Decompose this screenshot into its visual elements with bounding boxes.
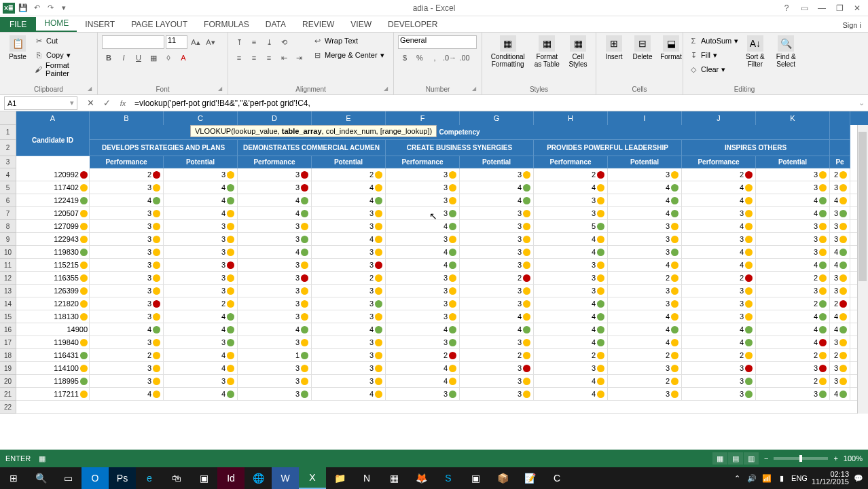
row-header[interactable]: 22 [0,401,16,414]
review-tab[interactable]: REVIEW [294,17,342,32]
shrink-font-icon[interactable]: A▾ [204,35,217,49]
data-cell[interactable]: 4 [830,388,850,400]
data-cell[interactable]: 2 [534,168,608,181]
notifications-icon[interactable]: 💬 [853,473,864,484]
candidate-id-cell[interactable]: 122419 [16,194,90,206]
font-family-select[interactable] [102,35,164,49]
data-cell[interactable]: 3 [534,272,608,284]
row-header[interactable]: 20 [0,375,16,388]
data-cell[interactable]: 2 [608,375,682,387]
candidate-id-cell[interactable]: 119830 [16,246,90,258]
column-header[interactable]: E [312,111,386,125]
zoom-level[interactable]: 100% [844,454,863,463]
data-cell[interactable]: 3 [460,362,534,374]
data-cell[interactable]: 3 [238,272,312,284]
data-cell[interactable]: 3 [164,246,238,258]
fill-button[interactable]: ↧Fill ▾ [687,48,740,62]
data-cell[interactable]: 4 [386,259,460,271]
data-cell[interactable]: 3 [682,207,756,219]
data-cell[interactable]: 3 [830,207,850,219]
data-cell[interactable]: 2 [608,272,682,284]
candidate-id-cell[interactable]: 127099 [16,220,90,232]
data-cell[interactable]: 3 [90,246,164,258]
border-button[interactable]: ▦ [147,51,160,65]
font-size-select[interactable]: 11 [166,35,187,49]
column-header[interactable]: F [386,111,460,125]
column-header[interactable]: B [90,111,164,125]
data-cell[interactable]: 3 [238,362,312,374]
wifi-icon[interactable]: 📶 [761,473,772,484]
row-header[interactable]: 10 [0,246,16,259]
data-cell[interactable]: 3 [386,285,460,297]
table-row[interactable]: 11984033333344443 [16,336,868,349]
data-cell[interactable]: 3 [460,246,534,258]
data-cell[interactable]: 4 [534,233,608,245]
fill-color-button[interactable]: ◊ [162,51,175,65]
column-header[interactable]: J [682,111,756,125]
row-header[interactable]: 18 [0,349,16,362]
data-cell[interactable]: 4 [386,362,460,374]
data-cell[interactable]: 4 [164,323,238,336]
clipboard-dialog-icon[interactable]: ◢ [88,86,94,92]
table-row[interactable]: 11983033434343434 [16,246,868,259]
data-cell[interactable]: 3 [460,233,534,245]
data-cell[interactable]: 3 [90,207,164,219]
battery-icon[interactable]: ▮ [776,473,787,484]
notepad-icon[interactable]: 📝 [516,467,543,489]
data-cell[interactable]: 3 [386,297,460,310]
data-cell[interactable]: 2 [830,297,850,310]
data-cell[interactable]: 1 [238,349,312,361]
app-icon[interactable]: ▣ [190,467,217,489]
row-header[interactable]: 12 [0,272,16,285]
data-cell[interactable]: 2 [312,272,386,284]
data-cell[interactable]: 4 [756,259,830,271]
view-tab[interactable]: VIEW [342,17,380,32]
task-view-icon[interactable]: ▭ [54,467,82,489]
candidate-id-cell[interactable]: 120507 [16,207,90,219]
vscroll-thumb[interactable] [858,132,867,281]
data-cell[interactable]: 3 [534,194,608,206]
autosum-button[interactable]: ΣAutoSum ▾ [687,34,740,48]
undo-button[interactable]: ↶ [31,3,42,14]
onenote-icon[interactable]: N [353,467,380,489]
number-dialog-icon[interactable]: ◢ [472,86,479,92]
data-cell[interactable]: 4 [238,323,312,336]
select-all-corner[interactable] [0,111,16,125]
data-cell[interactable]: 3 [312,310,386,323]
table-row[interactable]: 12241944443434444 [16,194,868,207]
align-top-icon[interactable]: ⤒ [232,35,246,49]
data-cell[interactable]: 3 [756,285,830,297]
chevron-down-icon[interactable]: ▾ [70,98,74,107]
data-cell[interactable]: 3 [386,272,460,284]
data-cell[interactable]: 4 [608,207,682,219]
data-cell[interactable]: 4 [238,246,312,258]
search-icon[interactable]: 🔍 [27,467,54,489]
system-clock[interactable]: 02:1311/12/2015 [812,471,849,486]
data-cell[interactable]: 4 [386,323,460,336]
data-cell[interactable]: 4 [534,310,608,323]
row-header[interactable]: 19 [0,362,16,375]
firefox-icon[interactable]: 🦊 [408,467,435,489]
excel-taskbar-icon[interactable]: X [299,467,326,489]
vertical-scrollbar[interactable] [857,125,868,414]
data-cell[interactable]: 4 [756,194,830,206]
data-cell[interactable]: 3 [830,362,850,374]
data-cell[interactable]: 3 [238,375,312,387]
data-cell[interactable]: 3 [608,168,682,181]
format-cells-button[interactable]: ⬓Format [657,34,685,62]
data-cell[interactable]: 3 [682,388,756,400]
data-cell[interactable]: 4 [534,336,608,348]
data-cell[interactable]: 4 [164,181,238,194]
macro-record-icon[interactable]: ▦ [39,454,46,463]
data-cell[interactable]: 3 [756,168,830,181]
data-cell[interactable]: 4 [682,220,756,232]
row-header[interactable]: 13 [0,285,16,297]
table-row[interactable]: 12294333343343333 [16,233,868,246]
data-cell[interactable]: 4 [312,388,386,400]
data-cell[interactable]: 3 [164,168,238,181]
data-cell[interactable]: 3 [386,388,460,400]
align-middle-icon[interactable]: ≡ [247,35,261,49]
data-cell[interactable]: 3 [830,375,850,387]
data-cell[interactable]: 3 [312,349,386,361]
photoshop-icon[interactable]: Ps [109,467,136,489]
